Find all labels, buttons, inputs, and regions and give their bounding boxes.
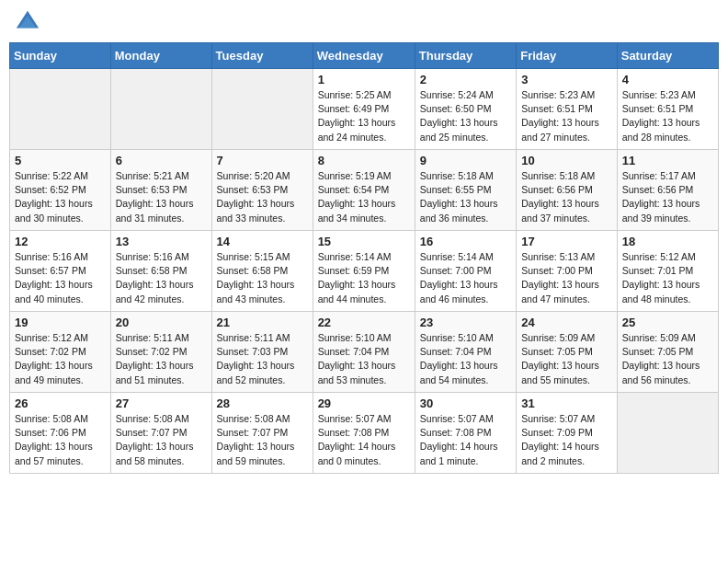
calendar-cell: 13Sunrise: 5:16 AM Sunset: 6:58 PM Dayli… [110, 231, 211, 312]
day-info: Sunrise: 5:23 AM Sunset: 6:51 PM Dayligh… [622, 88, 713, 144]
day-number: 3 [521, 73, 612, 86]
calendar-cell: 23Sunrise: 5:10 AM Sunset: 7:04 PM Dayli… [415, 312, 516, 393]
calendar-cell [617, 393, 718, 474]
day-info: Sunrise: 5:11 AM Sunset: 7:03 PM Dayligh… [217, 331, 308, 387]
calendar-cell: 7Sunrise: 5:20 AM Sunset: 6:53 PM Daylig… [211, 150, 313, 231]
column-header-friday: Friday [517, 43, 618, 69]
day-info: Sunrise: 5:08 AM Sunset: 7:06 PM Dayligh… [15, 412, 106, 468]
day-info: Sunrise: 5:11 AM Sunset: 7:02 PM Dayligh… [116, 331, 207, 387]
day-info: Sunrise: 5:20 AM Sunset: 6:53 PM Dayligh… [217, 169, 308, 225]
day-number: 30 [420, 396, 511, 410]
day-info: Sunrise: 5:23 AM Sunset: 6:51 PM Dayligh… [521, 88, 612, 144]
calendar-cell: 3Sunrise: 5:23 AM Sunset: 6:51 PM Daylig… [517, 69, 618, 150]
day-number: 29 [318, 396, 410, 410]
day-info: Sunrise: 5:14 AM Sunset: 6:59 PM Dayligh… [318, 250, 410, 306]
day-number: 2 [420, 73, 511, 86]
calendar-table: SundayMondayTuesdayWednesdayThursdayFrid… [9, 42, 719, 474]
day-info: Sunrise: 5:24 AM Sunset: 6:50 PM Dayligh… [420, 88, 511, 144]
calendar-cell: 25Sunrise: 5:09 AM Sunset: 7:05 PM Dayli… [617, 312, 718, 393]
day-number: 28 [217, 396, 308, 410]
day-info: Sunrise: 5:13 AM Sunset: 7:00 PM Dayligh… [521, 250, 612, 306]
calendar-cell: 1Sunrise: 5:25 AM Sunset: 6:49 PM Daylig… [313, 69, 415, 150]
day-info: Sunrise: 5:18 AM Sunset: 6:55 PM Dayligh… [420, 169, 511, 225]
calendar-cell: 10Sunrise: 5:18 AM Sunset: 6:56 PM Dayli… [517, 150, 618, 231]
day-number: 26 [15, 396, 106, 410]
day-number: 22 [318, 316, 410, 329]
calendar-cell: 2Sunrise: 5:24 AM Sunset: 6:50 PM Daylig… [415, 69, 516, 150]
calendar-week-row: 1Sunrise: 5:25 AM Sunset: 6:49 PM Daylig… [10, 69, 719, 150]
column-header-tuesday: Tuesday [211, 43, 313, 69]
calendar-cell [211, 69, 313, 150]
day-number: 4 [622, 73, 713, 86]
day-number: 11 [622, 154, 713, 167]
day-number: 13 [116, 235, 207, 248]
logo [13, 9, 40, 35]
day-number: 21 [217, 316, 308, 329]
calendar-week-row: 26Sunrise: 5:08 AM Sunset: 7:06 PM Dayli… [10, 393, 719, 474]
day-info: Sunrise: 5:19 AM Sunset: 6:54 PM Dayligh… [318, 169, 410, 225]
calendar-cell: 8Sunrise: 5:19 AM Sunset: 6:54 PM Daylig… [313, 150, 415, 231]
day-info: Sunrise: 5:07 AM Sunset: 7:09 PM Dayligh… [521, 412, 612, 468]
calendar-cell [10, 69, 111, 150]
day-number: 17 [521, 235, 612, 248]
day-info: Sunrise: 5:18 AM Sunset: 6:56 PM Dayligh… [521, 169, 612, 225]
day-info: Sunrise: 5:12 AM Sunset: 7:01 PM Dayligh… [622, 250, 713, 306]
day-info: Sunrise: 5:25 AM Sunset: 6:49 PM Dayligh… [318, 88, 410, 144]
calendar-cell: 4Sunrise: 5:23 AM Sunset: 6:51 PM Daylig… [617, 69, 718, 150]
calendar-cell: 18Sunrise: 5:12 AM Sunset: 7:01 PM Dayli… [617, 231, 718, 312]
day-info: Sunrise: 5:10 AM Sunset: 7:04 PM Dayligh… [420, 331, 511, 387]
day-number: 14 [217, 235, 308, 248]
column-header-thursday: Thursday [415, 43, 516, 69]
calendar-cell: 28Sunrise: 5:08 AM Sunset: 7:07 PM Dayli… [211, 393, 313, 474]
calendar-cell: 20Sunrise: 5:11 AM Sunset: 7:02 PM Dayli… [110, 312, 211, 393]
calendar-cell: 26Sunrise: 5:08 AM Sunset: 7:06 PM Dayli… [10, 393, 111, 474]
calendar-cell: 12Sunrise: 5:16 AM Sunset: 6:57 PM Dayli… [10, 231, 111, 312]
day-number: 8 [318, 154, 410, 167]
day-info: Sunrise: 5:07 AM Sunset: 7:08 PM Dayligh… [420, 412, 511, 468]
column-header-saturday: Saturday [617, 43, 718, 69]
day-info: Sunrise: 5:09 AM Sunset: 7:05 PM Dayligh… [521, 331, 612, 387]
calendar-cell: 29Sunrise: 5:07 AM Sunset: 7:08 PM Dayli… [313, 393, 415, 474]
calendar-cell: 22Sunrise: 5:10 AM Sunset: 7:04 PM Dayli… [313, 312, 415, 393]
calendar-cell: 6Sunrise: 5:21 AM Sunset: 6:53 PM Daylig… [110, 150, 211, 231]
day-number: 27 [116, 396, 207, 410]
day-number: 19 [15, 316, 106, 329]
day-number: 20 [116, 316, 207, 329]
day-info: Sunrise: 5:16 AM Sunset: 6:58 PM Dayligh… [116, 250, 207, 306]
day-info: Sunrise: 5:10 AM Sunset: 7:04 PM Dayligh… [318, 331, 410, 387]
calendar-cell: 5Sunrise: 5:22 AM Sunset: 6:52 PM Daylig… [10, 150, 111, 231]
calendar-cell: 19Sunrise: 5:12 AM Sunset: 7:02 PM Dayli… [10, 312, 111, 393]
day-number: 12 [15, 235, 106, 248]
calendar-cell: 9Sunrise: 5:18 AM Sunset: 6:55 PM Daylig… [415, 150, 516, 231]
day-info: Sunrise: 5:21 AM Sunset: 6:53 PM Dayligh… [116, 169, 207, 225]
day-number: 6 [116, 154, 207, 167]
day-number: 18 [622, 235, 713, 248]
column-header-wednesday: Wednesday [313, 43, 415, 69]
day-number: 16 [420, 235, 511, 248]
day-info: Sunrise: 5:12 AM Sunset: 7:02 PM Dayligh… [15, 331, 106, 387]
day-info: Sunrise: 5:07 AM Sunset: 7:08 PM Dayligh… [318, 412, 410, 468]
calendar-cell: 24Sunrise: 5:09 AM Sunset: 7:05 PM Dayli… [517, 312, 618, 393]
calendar-cell: 30Sunrise: 5:07 AM Sunset: 7:08 PM Dayli… [415, 393, 516, 474]
day-number: 1 [318, 73, 410, 86]
logo-icon [15, 9, 40, 35]
page-header [9, 9, 719, 35]
day-number: 15 [318, 235, 410, 248]
calendar-week-row: 5Sunrise: 5:22 AM Sunset: 6:52 PM Daylig… [10, 150, 719, 231]
day-number: 9 [420, 154, 511, 167]
calendar-cell: 27Sunrise: 5:08 AM Sunset: 7:07 PM Dayli… [110, 393, 211, 474]
calendar-header-row: SundayMondayTuesdayWednesdayThursdayFrid… [10, 43, 719, 69]
day-number: 5 [15, 154, 106, 167]
calendar-cell: 17Sunrise: 5:13 AM Sunset: 7:00 PM Dayli… [517, 231, 618, 312]
day-number: 7 [217, 154, 308, 167]
day-number: 25 [622, 316, 713, 329]
day-info: Sunrise: 5:08 AM Sunset: 7:07 PM Dayligh… [217, 412, 308, 468]
day-info: Sunrise: 5:08 AM Sunset: 7:07 PM Dayligh… [116, 412, 207, 468]
calendar-week-row: 12Sunrise: 5:16 AM Sunset: 6:57 PM Dayli… [10, 231, 719, 312]
calendar-cell: 15Sunrise: 5:14 AM Sunset: 6:59 PM Dayli… [313, 231, 415, 312]
day-info: Sunrise: 5:14 AM Sunset: 7:00 PM Dayligh… [420, 250, 511, 306]
day-number: 31 [521, 396, 612, 410]
column-header-monday: Monday [110, 43, 211, 69]
day-number: 23 [420, 316, 511, 329]
calendar-week-row: 19Sunrise: 5:12 AM Sunset: 7:02 PM Dayli… [10, 312, 719, 393]
